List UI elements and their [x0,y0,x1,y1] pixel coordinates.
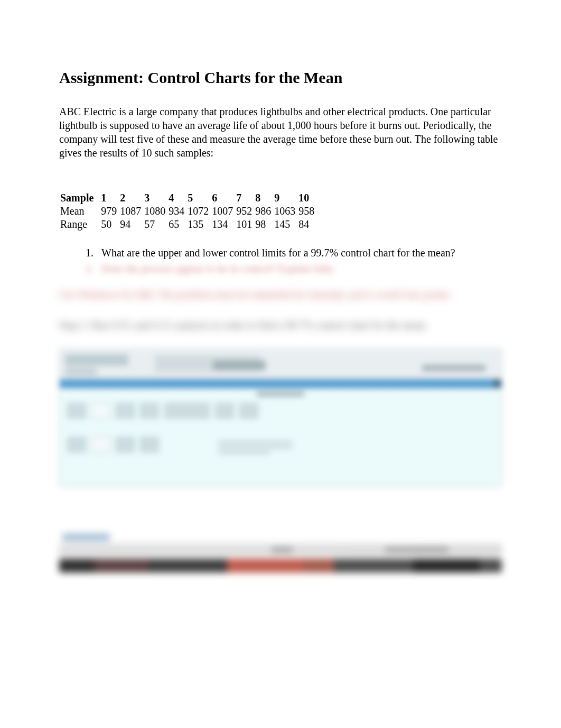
cell: 1063 [274,205,298,218]
col-header: 8 [255,191,274,205]
col-header: 1 [101,191,120,205]
cell [239,403,258,419]
question-list: What are the upper and lower control lim… [86,245,502,277]
cell: 1080 [144,205,169,218]
cell: 934 [169,205,188,218]
app-text-lines [218,441,292,457]
cell: 57 [144,218,169,231]
cell: 958 [298,205,317,218]
question-item-1: What are the upper and lower control lim… [96,245,502,261]
cell: 50 [101,218,120,231]
app-toolbar-group2 [213,361,266,370]
gray-bar [59,544,502,556]
col-header: 10 [298,191,317,205]
app-body [60,388,501,486]
cell [116,403,135,419]
cell: 135 [188,218,212,231]
cell: 101 [236,218,255,231]
cell: 986 [255,205,274,218]
dark-bar [59,559,502,573]
blurred-step-note: Step 1: Run UCL and LCL analysis in orde… [59,318,502,333]
intro-paragraph: ABC Electric is a large company that pro… [59,105,502,160]
sample-data-table: Sample 1 2 3 4 5 6 7 8 9 10 Mean 979 108… [60,191,317,231]
table-corner-label: Sample [60,191,101,205]
col-header: 6 [212,191,236,205]
cell [67,437,86,453]
cell: 1087 [120,205,144,218]
question-item-2-blurred: Does the process appear to be in control… [96,261,502,277]
cell [91,437,110,453]
cell: 1072 [188,205,212,218]
cell [67,403,86,419]
cell: 98 [255,218,274,231]
cell: 65 [169,218,188,231]
cell [116,437,135,453]
cell [164,403,210,419]
cell: 952 [236,205,255,218]
cell: 145 [274,218,298,231]
col-header: 4 [169,191,188,205]
cell: 84 [298,218,317,231]
blurred-app-screenshot [59,348,502,486]
cell [140,437,159,453]
app-tab [65,354,128,366]
cell [215,403,234,419]
table-row-range: Range 50 94 57 65 135 134 101 98 145 84 [60,218,317,231]
blurred-submit-note: Use Windows for QM. The problem must be … [59,287,502,302]
app-grid-row [67,403,258,419]
col-header: 3 [144,191,169,205]
cell: 1007 [212,205,236,218]
cell [91,403,110,419]
app-grid-row [67,437,159,453]
row-label: Mean [60,205,101,218]
col-header: 5 [188,191,212,205]
app-toolbar-right [422,365,485,371]
col-header: 7 [236,191,255,205]
col-header: 9 [274,191,298,205]
page-title: Assignment: Control Charts for the Mean [59,69,502,87]
small-label [62,533,110,541]
blurred-bottom-preview [59,533,502,573]
cell: 134 [212,218,236,231]
row-label: Range [60,218,101,231]
app-hint [257,391,304,397]
col-header: 2 [120,191,144,205]
app-toolbar [60,349,501,380]
table-row-mean: Mean 979 1087 1080 934 1072 1007 952 986… [60,205,317,218]
app-header-bar [60,380,501,388]
app-subtab [65,368,97,375]
cell: 94 [120,218,144,231]
cell: 979 [101,205,120,218]
cell [140,403,159,419]
table-header-row: Sample 1 2 3 4 5 6 7 8 9 10 [60,191,317,205]
